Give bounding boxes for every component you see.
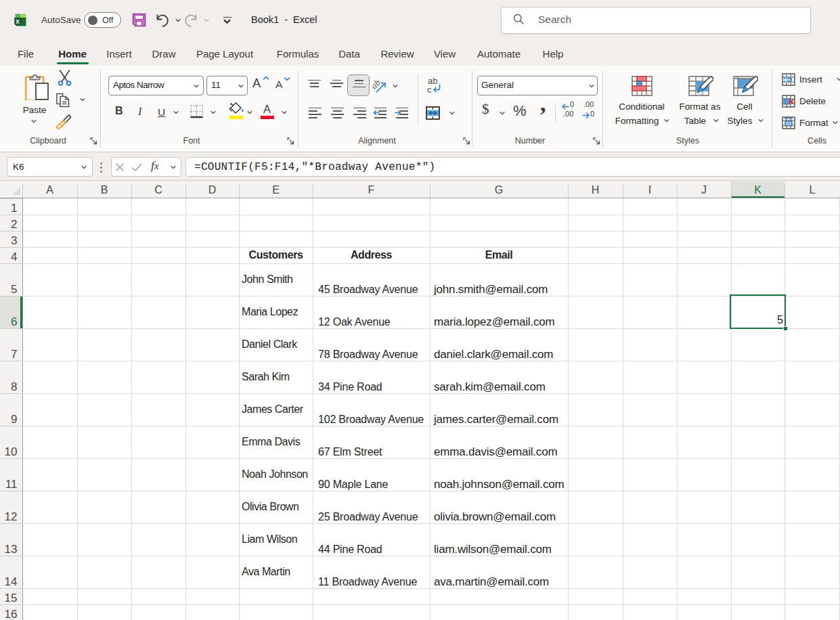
svg-text:x: x (16, 17, 20, 25)
